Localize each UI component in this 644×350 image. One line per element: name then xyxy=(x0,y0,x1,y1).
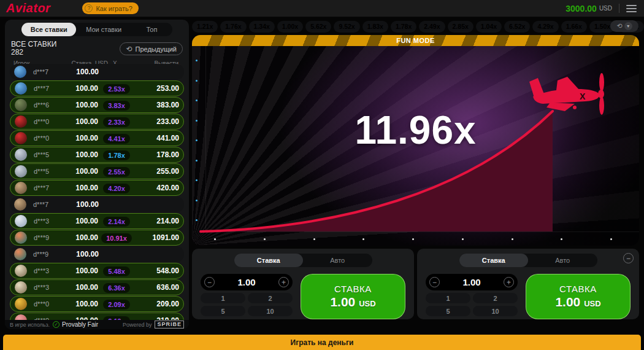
how-to-play-label: Как играть? xyxy=(96,5,132,12)
spribe-logo[interactable]: SPRIBE xyxy=(155,321,184,329)
tab-top[interactable]: Топ xyxy=(131,23,172,36)
quick-bet-button[interactable]: 1 xyxy=(201,293,245,303)
tab-my-bets[interactable]: Мои ставки xyxy=(76,23,131,36)
bet-amount: 100.00 xyxy=(63,84,98,93)
tab-all-bets[interactable]: Все ставки xyxy=(21,23,76,36)
quick-bet-button[interactable]: 2 xyxy=(248,293,293,303)
history-chip[interactable]: 6.52x xyxy=(504,21,530,33)
quick-bet-button[interactable]: 10 xyxy=(473,306,518,316)
provably-fair-badge[interactable]: ✓ Provably Fair xyxy=(53,321,98,328)
cashout-amount: 233.00 xyxy=(135,117,179,126)
player-name: d***9 xyxy=(34,234,63,241)
bet-amount: 100.00 xyxy=(63,117,98,126)
panel1-tab-bet[interactable]: Ставка xyxy=(234,254,304,267)
panel2-mode-tabs: Ставка Авто xyxy=(459,254,597,267)
history-chip[interactable]: 4.29x xyxy=(532,21,558,33)
how-to-play-button[interactable]: ? Как играть? xyxy=(82,2,138,14)
powered-by-label: Powered by xyxy=(123,322,152,328)
history-chip[interactable]: 1.83x xyxy=(362,21,388,33)
table-row: d***7 100.00 xyxy=(10,196,184,212)
history-chip[interactable]: 1.00x xyxy=(277,21,303,33)
bet-amount: 100.00 xyxy=(63,150,98,159)
bet-amount: 100.00 xyxy=(63,134,98,142)
history-chip[interactable]: 1.76x xyxy=(220,21,246,33)
history-chip[interactable]: 1.04x xyxy=(476,21,502,33)
table-row: d***0 100.00 4.41x 441.00 xyxy=(10,130,184,146)
history-chip[interactable]: 5.62x xyxy=(305,21,331,33)
balance-currency: USD xyxy=(599,5,612,12)
panel1-amount-stepper: − 1.00 + xyxy=(201,274,293,290)
panel2-remove-button[interactable]: − xyxy=(623,253,634,263)
player-name: d***9 xyxy=(33,251,63,258)
game-canvas: X FUN MODE 11.96x xyxy=(192,35,639,246)
bet-amount: 100.00 xyxy=(63,101,98,109)
panel1-mode-tabs: Ставка Авто xyxy=(234,254,372,267)
bet-amount: 100.00 xyxy=(63,300,98,308)
previous-round-button[interactable]: ⟲ Предыдущий xyxy=(120,42,183,55)
quick-bet-button[interactable]: 2 xyxy=(473,293,518,303)
history-chip[interactable]: 1.34x xyxy=(249,21,275,33)
table-row: d***3 100.00 5.48x 548.00 xyxy=(10,263,184,279)
chevron-down-icon: ▼ xyxy=(624,22,632,30)
cashout-amount: 255.00 xyxy=(135,167,179,176)
player-name: d***6 xyxy=(34,101,63,109)
all-bets-counter: ВСЕ СТАВКИ 282 xyxy=(11,41,56,56)
quick-bet-button[interactable]: 1 xyxy=(426,293,470,303)
multiplier-badge: 6.36x xyxy=(103,283,130,293)
avatar xyxy=(15,132,27,144)
table-row: d***7 100.00 xyxy=(10,64,184,80)
panel1-tab-auto[interactable]: Авто xyxy=(303,254,372,267)
player-name: d***0 xyxy=(34,118,63,125)
play-for-money-button[interactable]: Играть на деньги xyxy=(3,335,641,350)
history-chip[interactable]: 2.49x xyxy=(419,21,445,33)
player-name: d***7 xyxy=(33,201,63,208)
cashout-amount: 383.00 xyxy=(135,101,179,109)
table-row: d***5 100.00 2.55x 255.00 xyxy=(10,163,184,179)
history-chip[interactable]: 1.78x xyxy=(391,21,416,33)
panel1-bet-button-amount: 1.00 xyxy=(330,295,355,309)
bet-panel-1: Ставка Авто − 1.00 + 12510 СТАВКА 1.00 U… xyxy=(192,249,414,319)
avatar xyxy=(15,165,27,177)
panel2-amount-value[interactable]: 1.00 xyxy=(462,277,480,287)
cashout-amount: 420.00 xyxy=(135,184,179,192)
shield-check-icon: ✓ xyxy=(53,321,59,328)
table-row: d***3 100.00 2.14x 214.00 xyxy=(10,213,184,229)
history-chip[interactable]: 9.52x xyxy=(334,21,359,33)
menu-icon[interactable] xyxy=(626,3,637,14)
panel1-decrease-button[interactable]: − xyxy=(204,277,215,287)
quick-bet-button[interactable]: 5 xyxy=(201,306,245,316)
table-row: d***9 100.00 xyxy=(10,246,184,262)
panel1-increase-button[interactable]: + xyxy=(278,277,289,287)
history-chip[interactable]: 1.66x xyxy=(561,21,587,33)
sidebar-footer: В игре использ. ✓ Provably Fair Powered … xyxy=(5,320,189,329)
player-name: d***3 xyxy=(34,217,63,225)
panel1-bet-button[interactable]: СТАВКА 1.00 USD xyxy=(301,274,405,319)
panel2-decrease-button[interactable]: − xyxy=(429,277,440,287)
panel1-amount-value[interactable]: 1.00 xyxy=(237,277,255,287)
cashout-amount: 214.00 xyxy=(135,217,179,225)
bet-amount: 100.00 xyxy=(63,184,98,192)
history-chip[interactable]: 2.85x xyxy=(448,21,473,33)
quick-bet-button[interactable]: 5 xyxy=(426,306,470,316)
avatar xyxy=(14,198,26,211)
table-row: d***7 100.00 4.20x 420.00 xyxy=(10,180,184,196)
avatar xyxy=(15,149,27,161)
avatar xyxy=(15,182,27,194)
panel2-bet-button[interactable]: СТАВКА 1.00 USD xyxy=(526,274,631,319)
player-name: d***7 xyxy=(33,68,63,76)
panel2-increase-button[interactable]: + xyxy=(504,277,514,287)
player-name: d***3 xyxy=(34,284,63,291)
player-name: d***5 xyxy=(34,168,63,175)
multiplier-badge: 2.14x xyxy=(103,217,130,227)
quick-bet-button[interactable]: 10 xyxy=(248,306,293,316)
panel2-tab-auto[interactable]: Авто xyxy=(528,254,597,267)
avatar xyxy=(15,298,27,310)
history-chip[interactable]: 1.21x xyxy=(192,21,218,33)
history-dropdown-button[interactable]: ⟲ ▼ xyxy=(610,20,638,32)
x-axis-dots xyxy=(214,238,612,240)
panel2-tab-bet[interactable]: Ставка xyxy=(459,254,529,267)
multiplier-badge: 2.53x xyxy=(103,84,130,94)
bet-amount: 100.00 xyxy=(63,266,98,275)
avatar xyxy=(15,82,27,95)
bet-panels: Ставка Авто − 1.00 + 12510 СТАВКА 1.00 U… xyxy=(192,249,639,319)
